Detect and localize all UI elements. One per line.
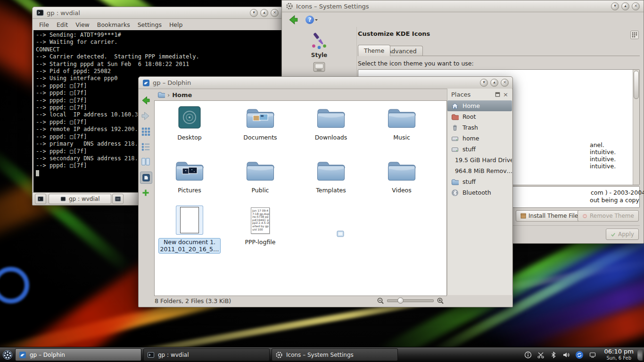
file-item-new-document[interactable]: New document 1. 2011_01_20_16_5… <box>157 206 223 254</box>
folder-item-public[interactable]: Public <box>227 158 293 194</box>
device-notifier-icon[interactable] <box>589 351 596 359</box>
places-item-label: Home <box>462 102 480 109</box>
taskbar-task-system-settings[interactable]: Icons – System Settings <box>272 348 398 361</box>
tab-list-button[interactable] <box>112 194 124 204</box>
menu-settings[interactable]: Settings <box>134 20 165 29</box>
settings-titlebar[interactable]: Icons – System Settings ▾ ▴ × <box>282 0 644 12</box>
help-button[interactable]: ? <box>305 16 314 24</box>
theme-list-text-fragment: anel. <box>590 141 604 148</box>
maximize-button[interactable]: ▴ <box>621 2 629 10</box>
tab-list-icon <box>115 196 121 202</box>
volume-icon[interactable] <box>562 351 570 359</box>
list-scrollbar-thumb[interactable] <box>634 71 639 99</box>
dolphin-statusbar: 8 Folders, 2 Files (3.3 KiB) <box>139 295 512 307</box>
places-item-stuff-2[interactable]: stuff <box>447 176 512 187</box>
icons-view-button[interactable] <box>140 126 151 137</box>
folder-item-documents[interactable]: Documents <box>227 106 293 141</box>
dolphin-titlebar[interactable]: gp – Dolphin ▾ ▴ × <box>139 77 512 89</box>
back-icon <box>140 95 151 106</box>
app-launcher-button[interactable] <box>1 348 14 361</box>
zoom-slider-handle[interactable] <box>397 297 404 304</box>
remove-theme-button[interactable]: Remove Theme <box>578 210 639 222</box>
folder-view[interactable]: Desktop Documents Downloads Music <box>154 100 447 296</box>
places-item-hard-drive[interactable]: 19.5 GiB Hard Drive <box>447 155 512 165</box>
apply-button[interactable]: Apply <box>606 229 639 240</box>
places-item-trash[interactable]: Trash <box>447 122 512 133</box>
places-panel: Places × Home Root Trash home <box>447 89 512 295</box>
menu-edit[interactable]: Edit <box>53 20 72 29</box>
places-item-removable-drive[interactable]: 964.8 MiB Remov… <box>447 165 512 176</box>
tab-theme[interactable]: Theme <box>358 45 390 56</box>
theme-list-text-fragment: intuitive. <box>590 156 616 163</box>
menu-bookmarks[interactable]: Bookmarks <box>93 20 134 29</box>
list-scrollbar[interactable] <box>633 70 639 185</box>
zoom-in-icon[interactable] <box>437 297 444 304</box>
forward-icon <box>140 111 151 121</box>
panel-cashew[interactable] <box>637 349 643 361</box>
konsole-titlebar[interactable]: gp : wvdial ▾ ▴ × <box>33 7 282 19</box>
folder-item-videos[interactable]: Videos <box>369 158 435 194</box>
float-panel-icon[interactable] <box>495 92 500 97</box>
folder-item-music[interactable]: Music <box>369 106 435 141</box>
info-icon[interactable] <box>524 351 532 359</box>
menu-view[interactable]: View <box>72 20 93 29</box>
places-item-root[interactable]: Root <box>447 111 512 122</box>
maximize-button[interactable]: ▴ <box>260 9 268 17</box>
overview-grid-icon[interactable] <box>630 31 639 39</box>
folder-item-templates[interactable]: Templates <box>298 158 364 194</box>
minimize-button[interactable]: ▾ <box>250 9 258 17</box>
file-item-ppp-logfile[interactable]: Jan 17 09:4 7:18 gp-Asp ire-5738 pp pd[1… <box>227 207 293 246</box>
close-button[interactable]: × <box>632 2 640 10</box>
close-panel-icon[interactable]: × <box>503 92 508 97</box>
tab-baseline <box>358 56 640 56</box>
sidebar-item-workspace-icon[interactable] <box>313 61 326 74</box>
preview-icon <box>141 173 151 182</box>
sync-icon[interactable] <box>575 351 584 359</box>
theme-description-fragment: out being a copy <box>590 197 639 204</box>
taskbar-task-dolphin[interactable]: gp – Dolphin <box>15 348 141 361</box>
zoom-slider[interactable] <box>387 299 434 302</box>
terminal-tab[interactable]: gp : wvdial <box>49 194 111 204</box>
columns-view-button[interactable] <box>140 156 151 167</box>
new-tab-button[interactable] <box>35 194 46 204</box>
breadcrumb-separator: › <box>167 91 170 99</box>
settings-toolbar: ? <box>282 12 644 27</box>
places-item-label: 19.5 GiB Hard Drive <box>455 156 512 164</box>
close-button[interactable]: × <box>271 9 279 17</box>
breadcrumb-home-icon <box>157 91 165 99</box>
places-item-home-partition[interactable]: home <box>447 133 512 144</box>
preview-button[interactable] <box>140 172 152 184</box>
close-button[interactable]: × <box>501 79 509 87</box>
back-button[interactable] <box>140 95 151 106</box>
back-button[interactable] <box>288 14 299 25</box>
settings-title: Icons – System Settings <box>296 3 369 10</box>
folder-item-label: Public <box>227 187 293 194</box>
minimize-button[interactable]: ▾ <box>480 79 488 87</box>
breadcrumb-home-label[interactable]: Home <box>172 91 192 99</box>
folder-item-downloads[interactable]: Downloads <box>298 106 364 141</box>
places-item-bluetooth[interactable]: Bluetooth <box>447 187 512 198</box>
folder-item-label: Pictures <box>157 187 223 194</box>
folder-item-pictures[interactable]: Pictures <box>157 158 223 194</box>
clock[interactable]: 06:10 pm Sun, 6 Feb <box>600 348 637 362</box>
details-view-button[interactable] <box>140 141 151 152</box>
menu-help[interactable]: Help <box>165 20 187 29</box>
places-item-home[interactable]: Home <box>447 100 512 111</box>
help-dropdown-caret[interactable] <box>315 19 318 22</box>
menu-file[interactable]: File <box>35 20 53 29</box>
split-view-button[interactable] <box>140 187 151 198</box>
sidebar-item-style[interactable]: Style <box>291 31 347 58</box>
places-item-stuff[interactable]: stuff <box>447 144 512 155</box>
folder-item-desktop[interactable]: Desktop <box>157 106 223 141</box>
bluetooth-tray-icon[interactable] <box>550 351 557 359</box>
maximize-button[interactable]: ▴ <box>490 79 498 87</box>
forward-button[interactable] <box>140 110 151 122</box>
zoom-out-icon[interactable] <box>377 297 384 304</box>
breadcrumb[interactable]: › Home <box>157 91 192 99</box>
pictures-folder-icon <box>174 158 205 183</box>
minimize-button[interactable]: ▾ <box>611 2 619 10</box>
klipper-scissors-icon[interactable] <box>537 351 545 359</box>
taskbar-task-konsole[interactable]: gp : wvdial <box>143 348 270 361</box>
folder-icon <box>451 178 459 186</box>
window-dolphin: gp – Dolphin ▾ ▴ × <box>138 76 513 307</box>
